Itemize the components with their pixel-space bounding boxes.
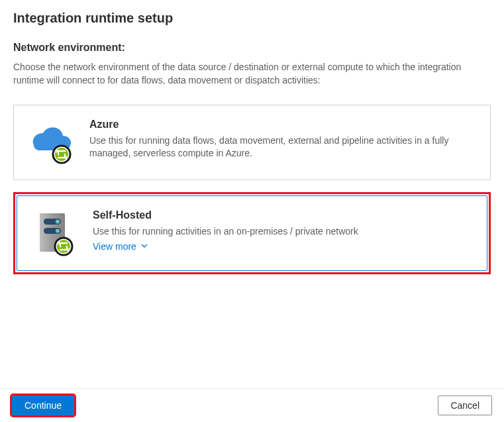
option-title-azure: Azure bbox=[89, 119, 474, 131]
cancel-button[interactable]: Cancel bbox=[438, 396, 492, 415]
view-more-label: View more bbox=[93, 241, 136, 252]
svg-point-5 bbox=[56, 219, 60, 223]
option-description-self-hosted: Use this for running activities in an on… bbox=[93, 225, 471, 238]
dialog-footer: Continue Cancel bbox=[0, 388, 504, 422]
view-more-link[interactable]: View more bbox=[93, 241, 148, 252]
network-environment-heading: Network environment: bbox=[13, 42, 491, 54]
chevron-down-icon bbox=[140, 241, 148, 252]
option-title-self-hosted: Self-Hosted bbox=[93, 209, 471, 221]
option-description-azure: Use this for running data flows, data mo… bbox=[89, 134, 474, 161]
option-card-self-hosted[interactable]: Self-Hosted Use this for running activit… bbox=[17, 195, 487, 271]
continue-button[interactable]: Continue bbox=[12, 396, 74, 415]
page-title: Integration runtime setup bbox=[13, 11, 491, 26]
svg-point-7 bbox=[56, 229, 60, 233]
network-environment-description: Choose the network environment of the da… bbox=[13, 60, 491, 87]
highlight-self-hosted: Self-Hosted Use this for running activit… bbox=[13, 192, 491, 274]
server-icon bbox=[30, 209, 78, 257]
option-card-azure[interactable]: Azure Use this for running data flows, d… bbox=[13, 105, 491, 180]
cloud-icon bbox=[27, 119, 75, 166]
